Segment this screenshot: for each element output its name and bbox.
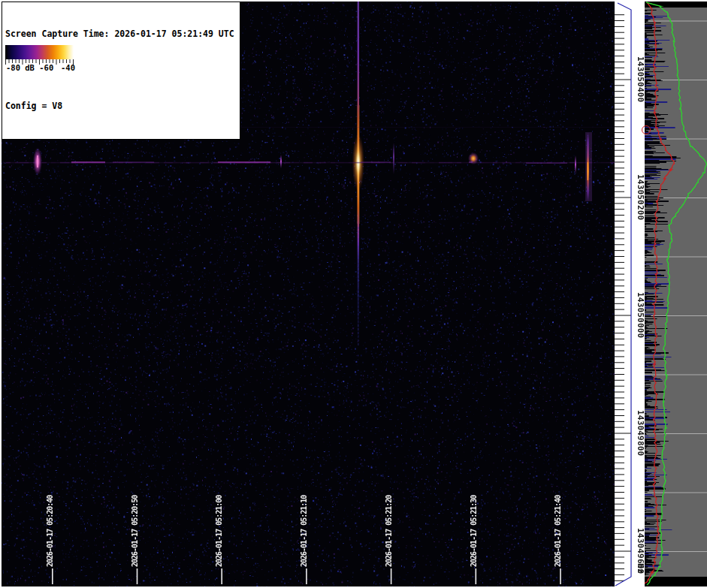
colorbar-legend: -80 dB -60 -40 <box>4 43 79 73</box>
spectrum-marker-circle-icon <box>642 125 651 134</box>
config-text: Config = V8 <box>5 100 234 112</box>
colorbar-label-left: -80 dB -60 <box>6 63 53 72</box>
frequency-label: 143050000 <box>636 292 645 339</box>
frequency-label: 143050200 <box>636 174 645 221</box>
frequency-label: 143049800 <box>636 410 645 457</box>
colorbar-label-right: -40 <box>61 63 75 72</box>
capture-time-text: Screen Capture Time: 2026-01-17 05:21:49… <box>5 28 234 40</box>
frequency-label: 143050400 <box>636 56 645 103</box>
app-root: 2026-01-17 05:20:402026-01-17 05:20:5020… <box>0 0 707 588</box>
frequency-unit-label: Hz <box>636 563 645 578</box>
spectrum-panel-canvas <box>645 2 707 586</box>
colorbar-gradient <box>5 45 74 59</box>
